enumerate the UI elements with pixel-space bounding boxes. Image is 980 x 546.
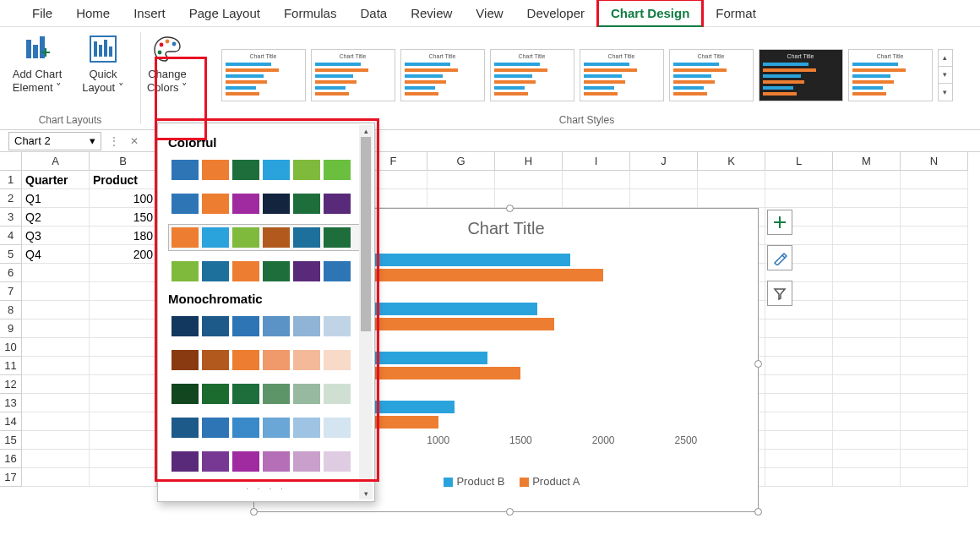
scrollbar-thumb[interactable] bbox=[361, 137, 371, 331]
chevron-down-icon[interactable]: ▾ bbox=[90, 134, 95, 147]
palette-mono-3[interactable] bbox=[168, 380, 364, 407]
palette-colorful-4[interactable] bbox=[168, 258, 364, 285]
quick-layout-button[interactable]: Quick Layout ˅ bbox=[73, 30, 133, 97]
cell[interactable] bbox=[22, 264, 90, 282]
cell[interactable]: 100 bbox=[90, 189, 157, 208]
cell[interactable] bbox=[833, 319, 901, 338]
cell[interactable]: Q4 bbox=[22, 245, 90, 264]
name-box[interactable]: Chart 2 ▾ bbox=[8, 132, 101, 150]
cell[interactable] bbox=[901, 208, 968, 227]
palette-mono-4[interactable] bbox=[168, 414, 364, 441]
cell[interactable] bbox=[833, 468, 901, 487]
row-header[interactable]: 10 bbox=[0, 338, 22, 357]
row-header[interactable]: 8 bbox=[0, 301, 22, 319]
add-chart-element-button[interactable]: Add Chart Element ˅ bbox=[7, 30, 68, 97]
formula-cancel-icon[interactable]: ✕ bbox=[127, 134, 142, 149]
cell[interactable] bbox=[630, 189, 698, 208]
cell[interactable] bbox=[698, 171, 765, 189]
cell[interactable] bbox=[765, 357, 833, 375]
col-J[interactable]: J bbox=[630, 152, 698, 171]
row-header[interactable]: 2 bbox=[0, 189, 22, 208]
palette-mono-2[interactable] bbox=[168, 347, 364, 374]
cell[interactable] bbox=[765, 319, 833, 338]
row-header[interactable]: 12 bbox=[0, 375, 22, 394]
cell[interactable] bbox=[22, 394, 90, 412]
cell[interactable] bbox=[901, 264, 968, 282]
resize-grip-icon[interactable]: . . . . bbox=[168, 482, 364, 491]
chart-filters-button[interactable] bbox=[767, 281, 792, 306]
bar[interactable] bbox=[356, 269, 603, 281]
chart-elements-button[interactable] bbox=[767, 210, 792, 235]
bar[interactable] bbox=[356, 352, 487, 364]
row-header[interactable]: 16 bbox=[0, 450, 22, 468]
cell[interactable] bbox=[427, 189, 495, 208]
tab-developer[interactable]: Developer bbox=[515, 1, 596, 25]
chart-style-4[interactable]: Chart Title bbox=[490, 49, 574, 101]
cell[interactable] bbox=[630, 171, 698, 189]
bar-group[interactable] bbox=[356, 352, 520, 385]
cell[interactable] bbox=[901, 282, 968, 301]
cell[interactable] bbox=[833, 208, 901, 227]
tab-chart-design[interactable]: Chart Design bbox=[596, 0, 704, 28]
cell[interactable] bbox=[833, 227, 901, 245]
cell[interactable] bbox=[495, 171, 563, 189]
cell[interactable] bbox=[22, 282, 90, 301]
cell[interactable] bbox=[22, 301, 90, 319]
cell[interactable]: Product bbox=[90, 171, 157, 189]
cell[interactable] bbox=[901, 338, 968, 357]
cell[interactable] bbox=[901, 171, 968, 189]
cell[interactable] bbox=[901, 245, 968, 264]
cell[interactable] bbox=[90, 357, 157, 375]
cell[interactable] bbox=[833, 375, 901, 394]
cell[interactable] bbox=[901, 412, 968, 431]
palette-colorful-3[interactable] bbox=[168, 224, 364, 251]
bar-group[interactable] bbox=[356, 254, 603, 287]
cell[interactable] bbox=[90, 338, 157, 357]
col-M[interactable]: M bbox=[833, 152, 901, 171]
row-header[interactable]: 4 bbox=[0, 227, 22, 245]
cell[interactable] bbox=[901, 394, 968, 412]
cell[interactable] bbox=[765, 394, 833, 412]
cell[interactable] bbox=[90, 412, 157, 431]
cell[interactable] bbox=[495, 189, 563, 208]
bar-group[interactable] bbox=[356, 303, 554, 336]
cell[interactable] bbox=[765, 171, 833, 189]
tab-format[interactable]: Format bbox=[704, 1, 768, 25]
chart-style-2[interactable]: Chart Title bbox=[311, 49, 395, 101]
chart-style-3[interactable]: Chart Title bbox=[400, 49, 485, 101]
cell[interactable] bbox=[833, 357, 901, 375]
cell[interactable] bbox=[833, 412, 901, 431]
cell[interactable] bbox=[90, 375, 157, 394]
col-A[interactable]: A bbox=[22, 152, 90, 171]
cell[interactable] bbox=[765, 412, 833, 431]
tab-data[interactable]: Data bbox=[348, 1, 399, 25]
row-header[interactable]: 17 bbox=[0, 468, 22, 487]
row-header[interactable]: 15 bbox=[0, 431, 22, 450]
chart-style-8[interactable]: Chart Title bbox=[848, 49, 933, 101]
cell[interactable] bbox=[90, 264, 157, 282]
col-K[interactable]: K bbox=[698, 152, 765, 171]
chart-style-7[interactable]: Chart Title bbox=[759, 49, 843, 101]
cell[interactable] bbox=[901, 301, 968, 319]
col-N[interactable]: N bbox=[901, 152, 968, 171]
bar[interactable] bbox=[356, 303, 537, 315]
cell[interactable]: Q1 bbox=[22, 189, 90, 208]
scroll-down-icon[interactable]: ▾ bbox=[939, 67, 952, 84]
row-header[interactable]: 9 bbox=[0, 319, 22, 338]
cell[interactable] bbox=[90, 450, 157, 468]
scroll-up-arrow-icon[interactable]: ▴ bbox=[359, 125, 373, 137]
cell[interactable] bbox=[563, 189, 630, 208]
cell[interactable] bbox=[901, 189, 968, 208]
cell[interactable]: Quarter bbox=[22, 171, 90, 189]
row-header[interactable]: 13 bbox=[0, 394, 22, 412]
chart-style-5[interactable]: Chart Title bbox=[580, 49, 664, 101]
row-header[interactable]: 14 bbox=[0, 412, 22, 431]
cell[interactable]: 180 bbox=[90, 227, 157, 245]
cell[interactable] bbox=[765, 450, 833, 468]
cell[interactable] bbox=[833, 264, 901, 282]
palette-mono-5[interactable] bbox=[168, 448, 364, 475]
cell[interactable] bbox=[833, 301, 901, 319]
tab-page-layout[interactable]: Page Layout bbox=[177, 1, 272, 25]
palette-colorful-2[interactable] bbox=[168, 190, 364, 217]
cell[interactable] bbox=[901, 468, 968, 487]
